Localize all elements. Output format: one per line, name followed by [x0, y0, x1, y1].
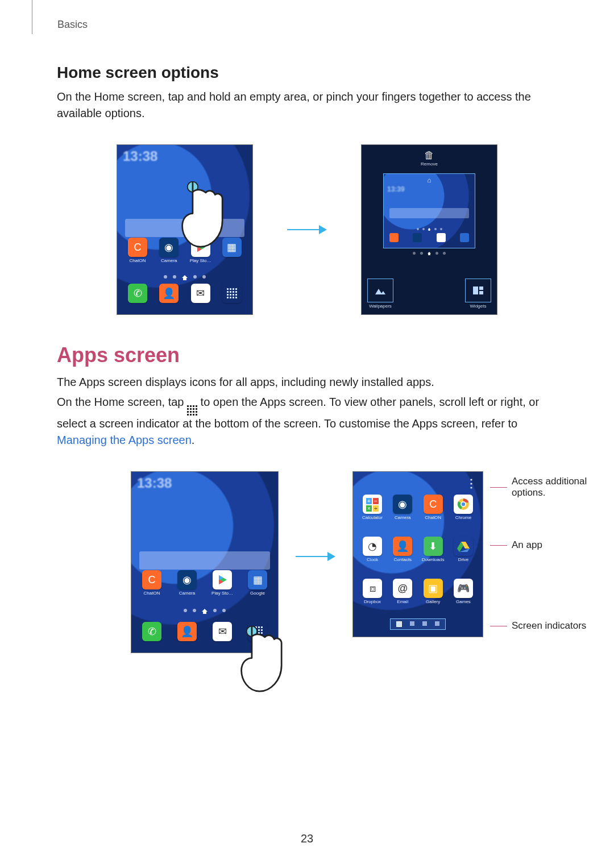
app-phone: ✆	[139, 622, 164, 641]
app-dropbox: ⧈Dropbox	[360, 579, 385, 604]
app-camera: ◉Camera	[156, 238, 181, 263]
breadcrumb: Basics	[57, 19, 88, 31]
apps-grid-row-3: ⧈Dropbox@Email▣Gallery🎮Games	[360, 579, 476, 604]
header-bar: Basics	[32, 0, 557, 34]
hand-tap-apps-icon	[239, 624, 301, 704]
trash-icon: 🗑	[424, 149, 434, 161]
more-options-icon: ⋮	[466, 476, 477, 490]
mini-icon-row	[389, 233, 469, 242]
manual-page: Basics Home screen options On the Home s…	[0, 0, 614, 868]
google-widget-2	[139, 551, 270, 570]
app-camera: ◉Camera	[175, 570, 200, 596]
svg-point-14	[462, 502, 465, 506]
app-clock: ◔Clock	[360, 537, 385, 562]
home-dock: ✆👤✉	[125, 284, 244, 303]
apps-grid-icon	[187, 395, 197, 416]
apps-phone-wrap: ⋮ +−×÷Calculator◉CameraCChatONChrome ◔Cl…	[352, 471, 483, 637]
app-email: @Email	[390, 579, 415, 604]
app-phone: ✆	[125, 284, 150, 303]
app-drive: Drive	[451, 537, 476, 562]
managing-apps-link[interactable]: Managing the Apps screen	[57, 434, 192, 446]
app-mail: ✉	[210, 622, 235, 641]
edit-bottom-tiles: Wallpapers Widgets	[367, 279, 491, 309]
page-indicators-2	[131, 609, 278, 614]
apps-grid-row-1: +−×÷Calculator◉CameraCChatONChrome	[360, 495, 476, 520]
mini-clock: 13:39	[384, 184, 475, 194]
app-play: Play Sto…	[210, 570, 235, 596]
app-contacts: 👤	[156, 284, 181, 303]
figure-home-options: 13:38 CChatON◉CameraPlay Sto…▦ ✆👤✉ 🗑 Rem…	[57, 144, 557, 315]
apps-body-2: On the Home screen, tap to open the Apps…	[57, 394, 557, 448]
hand-tap-icon	[180, 179, 242, 260]
phone-apps: ⋮ +−×÷Calculator◉CameraCChatONChrome ◔Cl…	[352, 471, 483, 637]
home2-row-1: CChatON◉CameraPlay Sto…▦Google	[139, 570, 270, 596]
app-gallery: ▣Gallery	[421, 579, 446, 604]
phone-edit-mode: 🗑 Remove ⌂ 13:39	[361, 144, 497, 315]
remove-bar: 🗑 Remove	[362, 145, 497, 171]
app-mail: ✉	[188, 284, 213, 303]
remove-label: Remove	[366, 161, 492, 167]
arrow-icon	[287, 224, 327, 235]
mini-home-panel: ⌂ 13:39	[383, 173, 475, 248]
wallpapers-tile	[367, 279, 393, 302]
app-contacts: 👤	[175, 622, 200, 641]
callout-options: Access additional options.	[512, 476, 614, 499]
apps-grid-row-2: ◔Clock👤Contacts⬇DownloadsDrive	[360, 537, 476, 562]
section-body-home-options: On the Home screen, tap and hold an empt…	[57, 89, 557, 122]
status-clock: 13:38	[117, 145, 252, 164]
arrow-icon-2	[296, 551, 335, 562]
phone-home: 13:38 CChatON◉CameraPlay Sto…▦ ✆👤✉	[117, 144, 253, 315]
widgets-label: Widgets	[470, 304, 487, 309]
svg-rect-6	[479, 286, 483, 290]
apps-body-2a: On the Home screen, tap	[57, 396, 187, 408]
panel-dots	[362, 252, 497, 255]
page-indicators	[117, 275, 252, 280]
screen-indicators	[390, 618, 446, 630]
widgets-tile	[465, 279, 491, 302]
app-chaton: CChatON	[125, 238, 150, 263]
app-downloads: ⬇Downloads	[421, 537, 446, 562]
apps-body-1: The Apps screen displays icons for all a…	[57, 374, 557, 391]
app-chrome: Chrome	[451, 495, 476, 520]
app-apps	[219, 284, 244, 303]
svg-rect-5	[473, 286, 478, 294]
figure-apps-screen: 13:38 CChatON◉CameraPlay Sto…▦Google ✆👤✉…	[57, 471, 557, 653]
app-chaton: CChatON	[139, 570, 164, 596]
mini-google-widget	[389, 208, 469, 218]
page-number: 23	[0, 832, 614, 845]
app-contacts: 👤Contacts	[390, 537, 415, 562]
app-games: 🎮Games	[451, 579, 476, 604]
app-chaton: CChatON	[421, 495, 446, 520]
callout-pager: Screen indicators	[512, 620, 586, 632]
callout-app: An app	[512, 539, 542, 551]
section-title-apps-screen: Apps screen	[57, 343, 557, 367]
section-title-home-options: Home screen options	[57, 64, 557, 82]
svg-rect-7	[479, 291, 483, 294]
mini-dots	[384, 228, 475, 231]
status-clock-2: 13:38	[131, 472, 278, 491]
apps-body-2c: .	[192, 434, 195, 446]
svg-marker-4	[375, 289, 385, 294]
wallpapers-label: Wallpapers	[369, 304, 392, 309]
app-camera: ◉Camera	[390, 495, 415, 520]
app-calculator: +−×÷Calculator	[360, 495, 385, 520]
phone-home-2-wrap: 13:38 CChatON◉CameraPlay Sto…▦Google ✆👤✉	[131, 471, 279, 653]
home-icon: ⌂	[384, 174, 475, 184]
app-folder-g: ▦Google	[245, 570, 270, 596]
